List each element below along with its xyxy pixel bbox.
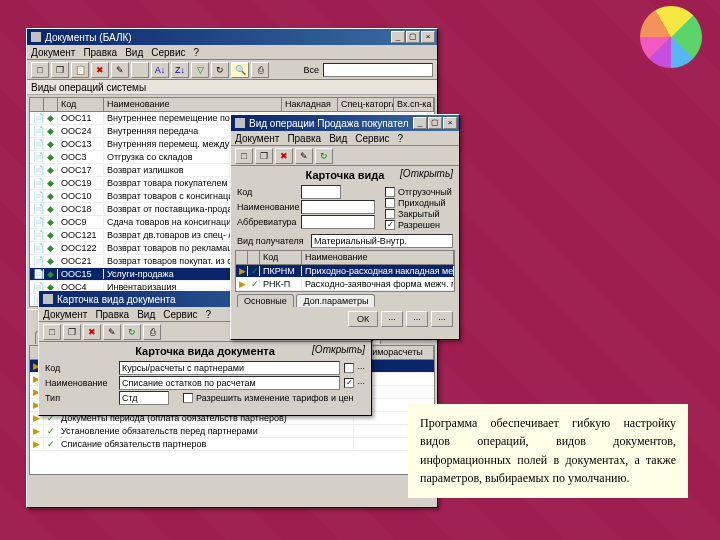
close-button[interactable]: × (443, 117, 457, 129)
tool-find[interactable]: 🔍 (231, 62, 249, 78)
lbl-type: Тип (45, 393, 115, 403)
op-detail-grid[interactable]: Код Наименование ▶✓ПКРНМПриходно-расходн… (235, 250, 455, 292)
app-icon (43, 294, 53, 304)
lbl-opcode: Код (237, 187, 297, 197)
maximize-button[interactable]: ▢ (428, 117, 442, 129)
main-toolbar: □ ❐ 📋 ✖ ✎ A↓ Z↓ ▽ ↻ 🔍 ⎙ Все (27, 60, 437, 80)
chk-pri[interactable]: Приходный (385, 198, 455, 208)
lbl-code: Код (45, 363, 115, 373)
tool-delete[interactable]: ✖ (275, 148, 293, 164)
menu-item[interactable]: ? (206, 309, 212, 320)
lbl-name: Наименование (45, 378, 115, 388)
description-box: Программа обеспечивает гибкую настройку … (408, 404, 688, 498)
chk-otg[interactable]: Отгрузочный (385, 187, 455, 197)
open-link[interactable]: [Открыть] (400, 168, 453, 179)
optab-main[interactable]: Основные (237, 294, 294, 307)
table-row[interactable]: ▶✓Установление обязательств перед партне… (30, 425, 434, 438)
menu-item[interactable]: Документ (31, 47, 75, 58)
lbl-opname: Наименование (237, 202, 297, 212)
menu-item[interactable]: Правка (95, 309, 129, 320)
chk-a[interactable]: ··· (344, 363, 365, 373)
col-nakl[interactable]: Накладная (282, 98, 338, 111)
inp-opacc[interactable] (301, 215, 375, 229)
col-name[interactable]: Наименование (104, 98, 282, 111)
tool-copy[interactable]: ❐ (255, 148, 273, 164)
op-card-window: Вид операции Продажа покупателям _ ▢ × Д… (230, 114, 460, 340)
tool-edit[interactable]: ✎ (103, 324, 121, 340)
description-text: Программа обеспечивает гибкую настройку … (420, 416, 676, 486)
tool-refresh[interactable]: ↻ (211, 62, 229, 78)
brand-logo (640, 6, 702, 68)
op-menubar: Документ Правка Вид Сервис ? (231, 131, 459, 146)
input-name[interactable]: Списание остатков по расчетам (119, 376, 340, 390)
menu-item[interactable]: Документ (235, 133, 279, 144)
chk-raz[interactable]: ✓Разрешен (385, 220, 455, 230)
filter-combo-label: Все (303, 65, 319, 75)
tool-edit[interactable]: ✎ (295, 148, 313, 164)
chk-zak[interactable]: Закрытый (385, 209, 455, 219)
tool-print[interactable]: ⎙ (143, 324, 161, 340)
lbl-opacc: Аббревиатура (237, 217, 297, 227)
tool-sort-az[interactable]: A↓ (151, 62, 169, 78)
filter-combo[interactable] (323, 63, 433, 77)
tool-new[interactable]: □ (43, 324, 61, 340)
inp-opcode[interactable] (301, 185, 341, 199)
menu-item[interactable]: Правка (287, 133, 321, 144)
menu-item[interactable]: ? (194, 47, 200, 58)
tool-filter[interactable]: ▽ (191, 62, 209, 78)
menu-item[interactable]: ? (398, 133, 404, 144)
op-titlebar[interactable]: Вид операции Продажа покупателям _ ▢ × (231, 115, 459, 131)
menu-item[interactable]: Вид (137, 309, 155, 320)
maximize-button[interactable]: ▢ (406, 31, 420, 43)
tool-delete[interactable]: ✖ (91, 62, 109, 78)
col-icon1 (30, 98, 44, 111)
tool-new[interactable]: □ (31, 62, 49, 78)
combo-init[interactable]: Материальный-Внутр. (311, 234, 453, 248)
btn-ok[interactable]: ОК (348, 311, 378, 327)
col-vx[interactable]: Вх.сп-ка (394, 98, 434, 111)
chk-transfer[interactable]: Разрешить изменение тарифов и цен (183, 393, 353, 403)
app-icon (31, 32, 41, 42)
input-code[interactable]: Курсы/расчеты с партнерами (119, 361, 340, 375)
menu-item[interactable]: Сервис (163, 309, 197, 320)
col-spec[interactable]: Спец-каторг/··· (338, 98, 394, 111)
close-button[interactable]: × (421, 31, 435, 43)
table-row[interactable]: ▶✓Списание обязательств партнеров (30, 438, 434, 451)
tool-paste[interactable]: 📋 (71, 62, 89, 78)
tool-print[interactable]: ⎙ (251, 62, 269, 78)
menu-item[interactable]: Правка (83, 47, 117, 58)
menu-item[interactable]: Сервис (355, 133, 389, 144)
tool-new[interactable]: □ (235, 148, 253, 164)
open-link[interactable]: [Открыть] (312, 344, 365, 355)
table-row[interactable]: ▶✓ПКРНМПриходно-расходная накладная межд… (236, 265, 454, 278)
main-menubar: Документ Правка Вид Сервис ? (27, 45, 437, 60)
col-code[interactable]: Код (58, 98, 104, 111)
menu-item[interactable]: Сервис (151, 47, 185, 58)
menu-item[interactable]: Вид (125, 47, 143, 58)
minimize-button[interactable]: _ (391, 31, 405, 43)
menu-item[interactable]: Вид (329, 133, 347, 144)
menu-item[interactable]: Документ (43, 309, 87, 320)
tool-sort-za[interactable]: Z↓ (171, 62, 189, 78)
minimize-button[interactable]: _ (413, 117, 427, 129)
tool-refresh[interactable]: ↻ (315, 148, 333, 164)
tool-sep (131, 62, 149, 78)
tool-edit[interactable]: ✎ (111, 62, 129, 78)
tool-copy[interactable]: ❐ (51, 62, 69, 78)
main-titlebar[interactable]: Документы (БАЛК) _ ▢ × (27, 29, 437, 45)
chk-b[interactable]: ✓··· (344, 378, 365, 388)
tool-refresh[interactable]: ↻ (123, 324, 141, 340)
optab-extra[interactable]: Доп.параметры (296, 294, 375, 307)
tool-copy[interactable]: ❐ (63, 324, 81, 340)
main-title: Документы (БАЛК) (45, 32, 387, 43)
btn-x3[interactable]: ··· (431, 311, 453, 327)
inp-opname[interactable] (301, 200, 375, 214)
input-type[interactable]: Стд (119, 391, 169, 405)
table-row[interactable]: ▶✓РНК-ПРасходно-заявочная форма межч. ме… (236, 278, 454, 291)
lbl-init: Вид получателя (237, 236, 307, 246)
panel-heading: Виды операций системы (27, 80, 437, 95)
tool-delete[interactable]: ✖ (83, 324, 101, 340)
grid-header: Код Наименование Накладная Спец-каторг/·… (30, 98, 434, 112)
btn-x2[interactable]: ··· (406, 311, 428, 327)
btn-x1[interactable]: ··· (381, 311, 403, 327)
